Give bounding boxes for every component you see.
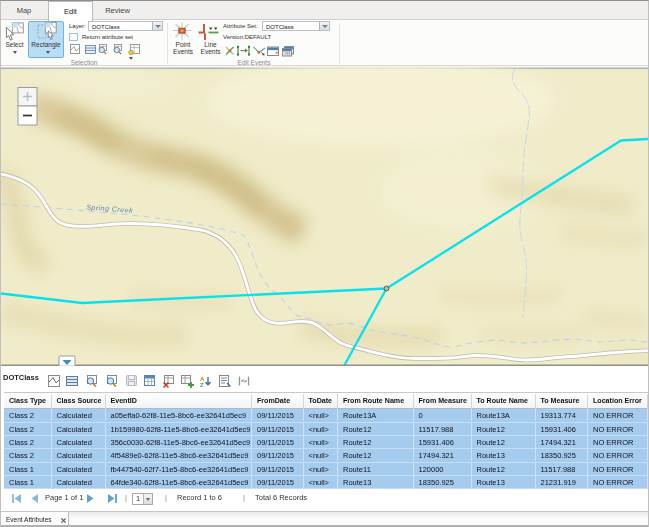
svg-text:Z: Z <box>200 382 204 388</box>
svg-text:A: A <box>200 375 205 381</box>
